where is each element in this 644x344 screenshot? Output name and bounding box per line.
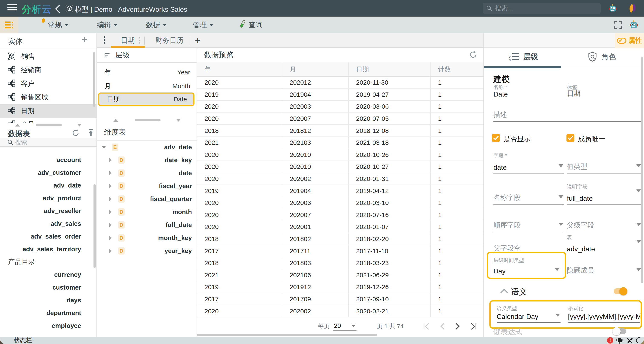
back-icon[interactable] [54, 5, 60, 14]
refresh-icon[interactable] [469, 50, 478, 60]
tree-field-date[interactable]: Ddate [97, 167, 196, 179]
tables-search-input[interactable] [15, 139, 79, 146]
table-item-adv_sales_territory[interactable]: adv_sales_territory [0, 243, 96, 256]
collapse-section-icon[interactable] [500, 289, 508, 297]
dropdown-caret-icon[interactable] [558, 164, 563, 170]
tree-field-full_date[interactable]: Dfull_date [97, 218, 196, 231]
key-expression-toggle[interactable] [614, 328, 626, 334]
table-item-adv_sales[interactable]: adv_sales [0, 217, 96, 230]
divider-handle[interactable] [134, 119, 160, 121]
field-select[interactable]: 字段 * date [494, 152, 564, 173]
pane-divider[interactable] [97, 118, 196, 123]
menu-general[interactable]: 常规 [48, 16, 68, 33]
level-row-Date[interactable]: 日期Date [98, 92, 194, 106]
tree-field-month_key[interactable]: Dmonth_key [97, 231, 196, 244]
tag-field[interactable]: 标签 日期 [567, 84, 642, 100]
chevron-right-icon[interactable] [109, 197, 112, 201]
collapse-down-icon[interactable] [176, 119, 181, 122]
dropdown-caret-icon[interactable] [558, 195, 563, 201]
table-item-adv_reseller[interactable]: adv_reseller [0, 204, 96, 217]
table-item-customer[interactable]: customer [0, 281, 96, 294]
menu-data[interactable]: 数据 [146, 16, 166, 33]
visible-checkbox[interactable] [492, 134, 500, 142]
value-type-select[interactable]: 值类型 [567, 160, 642, 173]
tables-scrollbar[interactable] [94, 184, 96, 268]
tab-role[interactable]: 角色 [588, 48, 616, 66]
chevron-right-icon[interactable] [109, 210, 112, 214]
order-field-select[interactable]: 顺序字段 [494, 218, 564, 232]
hidden-member-select[interactable]: 隐藏成员 [567, 263, 642, 277]
brand-flame-icon[interactable] [628, 3, 637, 14]
table-item-days[interactable]: days [0, 294, 96, 307]
menu-hamburger-icon[interactable] [7, 4, 17, 12]
chevron-right-icon[interactable] [109, 171, 112, 175]
chevron-right-icon[interactable] [109, 249, 112, 253]
properties-toggle-button[interactable]: 属性 [615, 33, 644, 48]
horizontal-scrollbar[interactable] [197, 334, 377, 336]
tab-date[interactable]: 日期 [121, 33, 141, 48]
chevron-right-icon[interactable] [109, 236, 112, 240]
assistant-robot-icon[interactable] [609, 4, 617, 13]
divider-handle[interactable] [36, 124, 62, 126]
tree-field-fiscal_quarter[interactable]: Dfiscal_quarter [97, 192, 196, 205]
collapse-up-icon[interactable] [15, 124, 20, 127]
tab-hierarchy[interactable]: 1 2 3 层级 [509, 48, 538, 66]
search-input[interactable] [495, 5, 597, 12]
table-select[interactable]: 表 adv_date [567, 234, 642, 255]
menu-query[interactable]: 查询 [239, 16, 263, 33]
entity-scrollbar[interactable] [93, 52, 96, 107]
member-unique-checkbox[interactable] [566, 134, 574, 142]
semantic-toggle[interactable] [614, 288, 626, 294]
table-item-currency[interactable]: currency [0, 268, 96, 281]
description-field[interactable]: 描述 [494, 112, 641, 122]
fullscreen-icon[interactable] [614, 21, 622, 30]
pen-disabled-icon[interactable] [626, 337, 633, 344]
upload-icon[interactable] [87, 129, 94, 138]
dropdown-caret-icon[interactable] [636, 164, 641, 170]
sidebar-item-日期[interactable]: 日期 [0, 104, 96, 118]
name-field-select[interactable]: 名称字段 [494, 190, 564, 204]
table-item-account[interactable]: account [0, 154, 96, 166]
chevron-right-icon[interactable] [109, 158, 112, 162]
properties-scrollbar[interactable] [640, 57, 643, 283]
dropdown-caret-icon[interactable] [636, 240, 641, 245]
chevron-right-icon[interactable] [109, 223, 112, 227]
add-entity-button[interactable]: + [81, 35, 88, 44]
prev-page-button[interactable] [438, 322, 447, 331]
outline-list-icon[interactable] [0, 16, 18, 33]
sidebar-item-销售区域[interactable]: 销售区域 [0, 91, 96, 104]
table-item-adv_customer[interactable]: adv_customer [0, 166, 96, 179]
format-field[interactable]: 格式化 [yyyy].[yyyyMM].[yyyy-MM [568, 305, 640, 323]
tree-field-fiscal_year[interactable]: Dfiscal_year [97, 179, 196, 192]
dropdown-caret-icon[interactable] [558, 223, 563, 228]
next-page-button[interactable] [453, 322, 462, 331]
pane-divider[interactable] [0, 123, 96, 128]
sidebar-item-客户[interactable]: 客户 [0, 77, 96, 91]
level-row-Year[interactable]: 年Year [97, 67, 196, 78]
chevron-down-icon[interactable] [102, 146, 106, 148]
name-field[interactable]: 名称 * Date [494, 84, 564, 100]
table-item-adv_product[interactable]: adv_product [0, 192, 96, 204]
collapse-up-icon[interactable] [114, 119, 118, 122]
tree-field-month[interactable]: Dmonth [97, 205, 196, 218]
sidebar-item-经销商[interactable]: 经销商 [0, 63, 96, 77]
semantic-type-select[interactable]: 语义类型 Calendar Day [497, 305, 560, 323]
assistant-robot-icon[interactable] [630, 20, 638, 30]
tree-root-adv_date[interactable]: Eadv_date [97, 141, 196, 154]
collapse-down-icon[interactable] [77, 124, 82, 127]
chevron-right-icon[interactable] [109, 184, 112, 188]
table-item-adv_sales_order[interactable]: adv_sales_order [0, 230, 96, 243]
add-tab-button[interactable]: + [195, 35, 200, 46]
tabbar-kebab-icon[interactable] [104, 36, 106, 45]
dropdown-caret-icon[interactable] [636, 189, 641, 195]
tree-field-date_key[interactable]: Ddate_key [97, 154, 196, 167]
dropdown-caret-icon[interactable] [636, 268, 641, 273]
level-row-Month[interactable]: 月Month [97, 81, 196, 91]
parent-field-select[interactable]: 父级字段 [567, 218, 642, 232]
menu-edit[interactable]: 编辑 [97, 16, 117, 33]
per-page-select[interactable]: 20 [333, 322, 356, 331]
last-page-button[interactable] [469, 322, 478, 331]
tab-fiscal-calendar[interactable]: 财务日历 [156, 33, 184, 48]
dropdown-caret-icon[interactable] [555, 268, 560, 273]
sidebar-item-产品[interactable]: 产品 [0, 118, 96, 123]
